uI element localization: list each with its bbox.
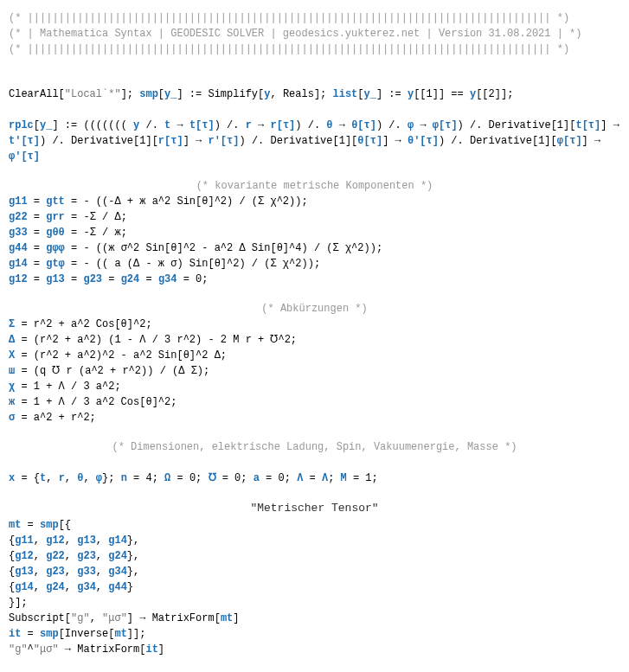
mt-open: mt = smp[{ <box>9 517 620 533</box>
g22-line: g22 = grr = -Σ / Δ; <box>9 209 620 225</box>
clearall-line: ClearAll["Local`*"]; smp[y_] := Simplify… <box>9 71 620 102</box>
mt-row3: {g13, g23, g33, g34}, <box>9 564 620 579</box>
sha-line: ш = (q ℧ r (a^2 + r^2)) / (Δ Σ); <box>9 363 620 379</box>
subscript-line: Subscript["g", "μσ"] → MatrixForm[mt] <box>9 611 620 626</box>
comment-kovariante: (* kovariante metrische Komponenten *) <box>9 178 620 194</box>
g11-line: g11 = gtt = - ((-Δ + ж a^2 Sin[θ]^2) / (… <box>9 194 620 209</box>
metrischer-tensor-title: "Metrischer Tensor" <box>9 500 620 517</box>
it-line: it = smp[Inverse[mt]]; <box>9 626 620 642</box>
comment-dimensionen: (* Dimensionen, elektrische Ladung, Spin… <box>9 439 620 455</box>
header-title: (* | Mathematica Syntax | GEODESIC SOLVE… <box>9 26 620 42</box>
superscript-line: "g"^"μσ" → MatrixForm[it] <box>9 642 620 657</box>
smallsigma-line: σ = a^2 + r^2; <box>9 410 620 426</box>
mt-row1: {g11, g12, g13, g14}, <box>9 533 620 548</box>
mt-row2: {g12, g22, g23, g24}, <box>9 548 620 564</box>
delta-line: Δ = (r^2 + a^2) (1 - Λ / 3 r^2) - 2 M r … <box>9 332 620 348</box>
mt-row4: {g14, g24, g34, g44} <box>9 579 620 595</box>
g44-line: g44 = gφφ = - ((ж σ^2 Sin[θ]^2 - a^2 Δ S… <box>9 240 620 256</box>
gzeros-line: g12 = g13 = g23 = g24 = g34 = 0; <box>9 272 620 287</box>
zhe-line: ж = 1 + Λ / 3 a^2 Cos[θ]^2; <box>9 394 620 410</box>
code-block: (* |||||||||||||||||||||||||||||||||||||… <box>9 10 620 657</box>
mt-close: }]; <box>9 595 620 611</box>
sigma-line: Σ = r^2 + a^2 Cos[θ]^2; <box>9 317 620 332</box>
header-bar-bottom: (* |||||||||||||||||||||||||||||||||||||… <box>9 42 620 57</box>
dims-line: x = {t, r, θ, φ}; n = 4; Ω = 0; ℧ = 0; a… <box>9 455 620 486</box>
comment-abkuerzungen: (* Abkürzungen *) <box>9 301 620 317</box>
header-bar-top: (* |||||||||||||||||||||||||||||||||||||… <box>9 10 620 26</box>
g33-line: g33 = gθθ = -Σ / ж; <box>9 225 620 240</box>
g14-line: g14 = gtφ = - (( a (Δ - ж σ) Sin[θ]^2) /… <box>9 256 620 272</box>
chi-upper-line: Χ = (r^2 + a^2)^2 - a^2 Sin[θ]^2 Δ; <box>9 348 620 363</box>
chi-lower-line: χ = 1 + Λ / 3 a^2; <box>9 379 620 394</box>
rplc-line: rplc[y_] := ((((((( y /. t → t[τ]) /. r … <box>9 102 620 164</box>
